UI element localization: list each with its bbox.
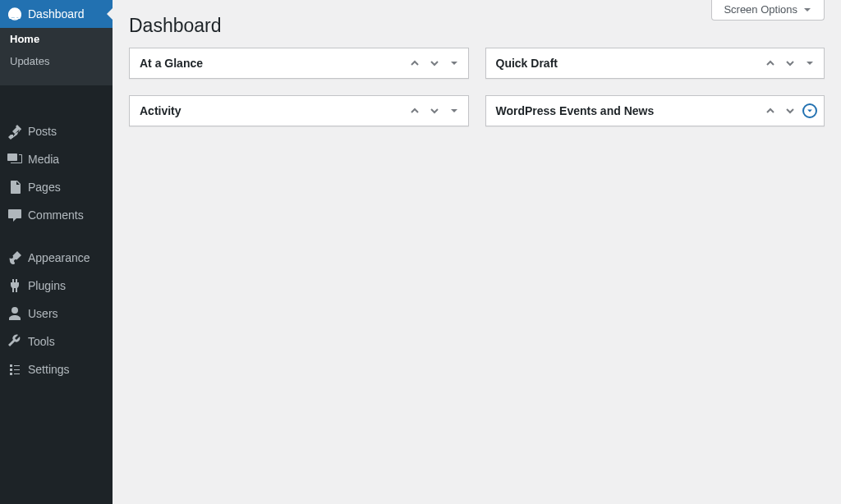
- caret-down-icon: [448, 105, 460, 117]
- caret-down-icon: [806, 107, 814, 115]
- page-icon: [7, 179, 23, 195]
- chevron-up-icon: [765, 105, 776, 117]
- metabox-activity: Activity: [129, 95, 469, 126]
- sidebar-subitem-updates[interactable]: Updates: [0, 50, 113, 72]
- chevron-up-icon: [765, 57, 776, 69]
- admin-sidebar: Dashboard Home Updates Posts Media Pages…: [0, 0, 113, 504]
- chevron-down-icon: [784, 105, 796, 117]
- sidebar-item-pages[interactable]: Pages: [0, 173, 113, 201]
- toggle-panel-button[interactable]: [447, 56, 462, 71]
- metabox-events-news: WordPress Events and News: [485, 95, 825, 126]
- move-down-button[interactable]: [427, 103, 442, 118]
- sidebar-item-appearance[interactable]: Appearance: [0, 244, 113, 272]
- dashboard-columns: At a Glance Activity: [129, 48, 825, 143]
- main-content: Screen Options Dashboard At a Glance Act…: [113, 0, 841, 504]
- sidebar-label: Pages: [28, 181, 61, 194]
- dashboard-icon: [7, 6, 23, 22]
- move-up-button[interactable]: [407, 103, 422, 118]
- sidebar-item-tools[interactable]: Tools: [0, 328, 113, 355]
- users-icon: [7, 305, 23, 322]
- pin-icon: [7, 123, 23, 140]
- metabox-title: At a Glance: [130, 48, 407, 78]
- wrench-icon: [7, 333, 23, 350]
- chevron-down-icon: [429, 57, 440, 69]
- sidebar-item-settings[interactable]: Settings: [0, 355, 113, 383]
- chevron-down-icon: [429, 105, 440, 117]
- sidebar-item-comments[interactable]: Comments: [0, 201, 113, 229]
- chevron-down-icon: [784, 57, 796, 69]
- sidebar-label: Appearance: [28, 251, 90, 264]
- sidebar-label: Comments: [28, 208, 84, 222]
- metabox-glance: At a Glance: [129, 48, 469, 79]
- sidebar-label: Users: [28, 307, 58, 320]
- move-down-button[interactable]: [427, 56, 442, 71]
- move-up-button[interactable]: [763, 56, 778, 71]
- sidebar-label: Plugins: [28, 279, 66, 292]
- toggle-panel-button[interactable]: [802, 103, 817, 118]
- caret-down-icon: [804, 57, 816, 69]
- chevron-up-icon: [409, 57, 420, 69]
- brush-icon: [7, 250, 23, 266]
- metabox-title: Activity: [130, 96, 407, 126]
- sidebar-subitem-home[interactable]: Home: [0, 28, 113, 50]
- metabox-title: Quick Draft: [486, 48, 764, 78]
- dashboard-col-left: At a Glance Activity: [129, 48, 469, 143]
- media-icon: [7, 151, 23, 167]
- move-down-button[interactable]: [783, 56, 797, 71]
- sidebar-item-extra[interactable]: [0, 85, 113, 110]
- sidebar-item-media[interactable]: Media: [0, 145, 113, 173]
- sidebar-item-dashboard[interactable]: Dashboard: [0, 0, 113, 28]
- sidebar-divider: [0, 72, 113, 85]
- move-down-button[interactable]: [783, 103, 797, 118]
- comment-icon: [7, 207, 23, 223]
- sidebar-label: Tools: [28, 335, 55, 348]
- caret-down-icon: [448, 57, 460, 69]
- sidebar-item-users[interactable]: Users: [0, 300, 113, 328]
- move-up-button[interactable]: [407, 56, 422, 71]
- settings-icon: [7, 361, 23, 378]
- chevron-up-icon: [409, 105, 420, 117]
- metabox-title: WordPress Events and News: [486, 96, 764, 126]
- blank-icon: [7, 89, 23, 106]
- sidebar-label: Settings: [28, 363, 70, 376]
- sidebar-label: Posts: [28, 125, 57, 138]
- metabox-quickdraft: Quick Draft: [485, 48, 825, 79]
- dashboard-col-right: Quick Draft WordPress Events and News: [485, 48, 825, 143]
- sidebar-item-posts[interactable]: Posts: [0, 117, 113, 145]
- plugin-icon: [7, 277, 23, 294]
- sidebar-item-plugins[interactable]: Plugins: [0, 272, 113, 300]
- toggle-panel-button[interactable]: [447, 103, 462, 118]
- move-up-button[interactable]: [763, 103, 778, 118]
- screen-options-button[interactable]: Screen Options: [711, 0, 825, 21]
- sidebar-label: Dashboard: [28, 7, 85, 21]
- caret-down-icon: [802, 5, 812, 15]
- toggle-panel-button[interactable]: [802, 56, 817, 71]
- sidebar-label: Media: [28, 153, 59, 166]
